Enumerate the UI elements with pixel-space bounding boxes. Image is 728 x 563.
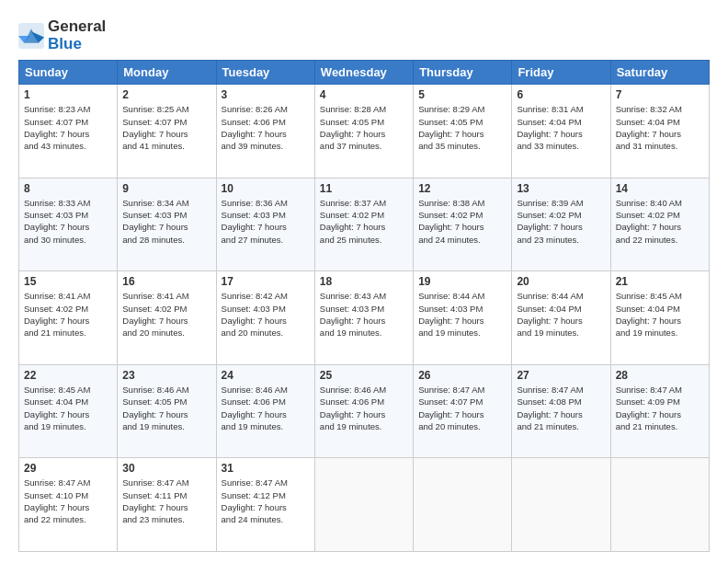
day-number: 26 bbox=[418, 369, 506, 382]
day-info: Sunrise: 8:34 AMSunset: 4:03 PMDaylight:… bbox=[122, 197, 210, 246]
day-info: Sunrise: 8:41 AMSunset: 4:02 PMDaylight:… bbox=[24, 290, 112, 339]
day-info: Sunrise: 8:29 AMSunset: 4:05 PMDaylight:… bbox=[418, 103, 506, 152]
day-number: 29 bbox=[24, 462, 112, 475]
calendar-cell: 24Sunrise: 8:46 AMSunset: 4:06 PMDayligh… bbox=[216, 364, 314, 458]
calendar-cell: 20Sunrise: 8:44 AMSunset: 4:04 PMDayligh… bbox=[512, 271, 610, 365]
day-number: 15 bbox=[24, 275, 112, 288]
day-number: 28 bbox=[616, 369, 704, 382]
calendar-table: SundayMondayTuesdayWednesdayThursdayFrid… bbox=[18, 60, 710, 552]
day-number: 12 bbox=[418, 182, 506, 195]
day-info: Sunrise: 8:46 AMSunset: 4:06 PMDaylight:… bbox=[320, 384, 408, 432]
day-info: Sunrise: 8:47 AMSunset: 4:12 PMDaylight:… bbox=[222, 477, 310, 525]
calendar-header-wednesday: Wednesday bbox=[314, 61, 413, 85]
calendar-cell: 6Sunrise: 8:31 AMSunset: 4:04 PMDaylight… bbox=[512, 85, 610, 178]
calendar-header-saturday: Saturday bbox=[610, 61, 709, 85]
calendar-header-tuesday: Tuesday bbox=[216, 61, 314, 85]
calendar-cell: 7Sunrise: 8:32 AMSunset: 4:04 PMDaylight… bbox=[610, 85, 709, 178]
day-number: 31 bbox=[222, 462, 310, 475]
day-number: 10 bbox=[222, 182, 310, 195]
calendar-week-5: 29Sunrise: 8:47 AMSunset: 4:10 PMDayligh… bbox=[19, 458, 710, 552]
day-number: 14 bbox=[616, 182, 704, 195]
day-info: Sunrise: 8:45 AMSunset: 4:04 PMDaylight:… bbox=[24, 384, 112, 432]
day-number: 20 bbox=[517, 275, 605, 288]
day-info: Sunrise: 8:25 AMSunset: 4:07 PMDaylight:… bbox=[122, 103, 210, 152]
calendar-cell: 19Sunrise: 8:44 AMSunset: 4:03 PMDayligh… bbox=[414, 271, 512, 365]
day-info: Sunrise: 8:42 AMSunset: 4:03 PMDaylight:… bbox=[222, 290, 310, 339]
calendar-cell: 16Sunrise: 8:41 AMSunset: 4:02 PMDayligh… bbox=[118, 271, 216, 365]
calendar-cell: 5Sunrise: 8:29 AMSunset: 4:05 PMDaylight… bbox=[414, 85, 512, 178]
calendar-cell bbox=[512, 458, 610, 552]
page: General Blue SundayMondayTuesdayWednesda… bbox=[0, 0, 728, 563]
day-number: 18 bbox=[320, 275, 408, 288]
calendar-cell: 14Sunrise: 8:40 AMSunset: 4:02 PMDayligh… bbox=[610, 178, 709, 271]
calendar-cell: 3Sunrise: 8:26 AMSunset: 4:06 PMDaylight… bbox=[216, 85, 314, 178]
day-number: 11 bbox=[320, 182, 408, 195]
day-number: 6 bbox=[517, 88, 605, 101]
day-info: Sunrise: 8:23 AMSunset: 4:07 PMDaylight:… bbox=[24, 103, 112, 152]
calendar-cell: 18Sunrise: 8:43 AMSunset: 4:03 PMDayligh… bbox=[314, 271, 413, 365]
calendar-cell: 31Sunrise: 8:47 AMSunset: 4:12 PMDayligh… bbox=[216, 458, 314, 552]
logo-text: General Blue bbox=[48, 18, 106, 52]
day-number: 19 bbox=[418, 275, 506, 288]
day-number: 16 bbox=[122, 275, 210, 288]
calendar-cell: 29Sunrise: 8:47 AMSunset: 4:10 PMDayligh… bbox=[19, 458, 118, 552]
header: General Blue bbox=[18, 15, 710, 52]
day-number: 13 bbox=[517, 182, 605, 195]
day-info: Sunrise: 8:44 AMSunset: 4:04 PMDaylight:… bbox=[517, 290, 605, 339]
day-info: Sunrise: 8:47 AMSunset: 4:11 PMDaylight:… bbox=[122, 477, 210, 525]
day-number: 9 bbox=[122, 182, 210, 195]
day-info: Sunrise: 8:45 AMSunset: 4:04 PMDaylight:… bbox=[616, 290, 704, 339]
day-info: Sunrise: 8:37 AMSunset: 4:02 PMDaylight:… bbox=[320, 197, 408, 246]
calendar-cell bbox=[314, 458, 413, 552]
calendar-cell: 12Sunrise: 8:38 AMSunset: 4:02 PMDayligh… bbox=[414, 178, 512, 271]
day-number: 17 bbox=[222, 275, 310, 288]
calendar-body: 1Sunrise: 8:23 AMSunset: 4:07 PMDaylight… bbox=[19, 85, 710, 552]
day-info: Sunrise: 8:46 AMSunset: 4:05 PMDaylight:… bbox=[122, 384, 210, 432]
calendar-cell: 1Sunrise: 8:23 AMSunset: 4:07 PMDaylight… bbox=[19, 85, 118, 178]
day-number: 7 bbox=[616, 88, 704, 101]
day-info: Sunrise: 8:26 AMSunset: 4:06 PMDaylight:… bbox=[222, 103, 310, 152]
calendar-cell: 4Sunrise: 8:28 AMSunset: 4:05 PMDaylight… bbox=[314, 85, 413, 178]
day-info: Sunrise: 8:38 AMSunset: 4:02 PMDaylight:… bbox=[418, 197, 506, 246]
calendar-cell: 23Sunrise: 8:46 AMSunset: 4:05 PMDayligh… bbox=[118, 364, 216, 458]
calendar-cell: 10Sunrise: 8:36 AMSunset: 4:03 PMDayligh… bbox=[216, 178, 314, 271]
day-info: Sunrise: 8:40 AMSunset: 4:02 PMDaylight:… bbox=[616, 197, 704, 246]
day-number: 2 bbox=[122, 88, 210, 101]
day-info: Sunrise: 8:43 AMSunset: 4:03 PMDaylight:… bbox=[320, 290, 408, 339]
calendar-week-1: 1Sunrise: 8:23 AMSunset: 4:07 PMDaylight… bbox=[19, 85, 710, 178]
calendar-header-sunday: Sunday bbox=[19, 61, 118, 85]
calendar-cell: 8Sunrise: 8:33 AMSunset: 4:03 PMDaylight… bbox=[19, 178, 118, 271]
calendar-header-thursday: Thursday bbox=[414, 61, 512, 85]
calendar-cell: 2Sunrise: 8:25 AMSunset: 4:07 PMDaylight… bbox=[118, 85, 216, 178]
calendar-cell: 26Sunrise: 8:47 AMSunset: 4:07 PMDayligh… bbox=[414, 364, 512, 458]
calendar-cell: 13Sunrise: 8:39 AMSunset: 4:02 PMDayligh… bbox=[512, 178, 610, 271]
calendar-week-2: 8Sunrise: 8:33 AMSunset: 4:03 PMDaylight… bbox=[19, 178, 710, 271]
calendar-cell bbox=[414, 458, 512, 552]
day-info: Sunrise: 8:33 AMSunset: 4:03 PMDaylight:… bbox=[24, 197, 112, 246]
day-info: Sunrise: 8:44 AMSunset: 4:03 PMDaylight:… bbox=[418, 290, 506, 339]
day-number: 1 bbox=[24, 88, 112, 101]
day-number: 5 bbox=[418, 88, 506, 101]
day-info: Sunrise: 8:28 AMSunset: 4:05 PMDaylight:… bbox=[320, 103, 408, 152]
calendar-cell: 22Sunrise: 8:45 AMSunset: 4:04 PMDayligh… bbox=[19, 364, 118, 458]
day-number: 8 bbox=[24, 182, 112, 195]
calendar-cell: 11Sunrise: 8:37 AMSunset: 4:02 PMDayligh… bbox=[314, 178, 413, 271]
calendar-header-row: SundayMondayTuesdayWednesdayThursdayFrid… bbox=[19, 61, 710, 85]
calendar-cell: 30Sunrise: 8:47 AMSunset: 4:11 PMDayligh… bbox=[118, 458, 216, 552]
day-info: Sunrise: 8:36 AMSunset: 4:03 PMDaylight:… bbox=[222, 197, 310, 246]
calendar-cell: 27Sunrise: 8:47 AMSunset: 4:08 PMDayligh… bbox=[512, 364, 610, 458]
calendar-cell bbox=[610, 458, 709, 552]
day-number: 3 bbox=[222, 88, 310, 101]
calendar-cell: 9Sunrise: 8:34 AMSunset: 4:03 PMDaylight… bbox=[118, 178, 216, 271]
day-info: Sunrise: 8:41 AMSunset: 4:02 PMDaylight:… bbox=[122, 290, 210, 339]
day-info: Sunrise: 8:39 AMSunset: 4:02 PMDaylight:… bbox=[517, 197, 605, 246]
calendar-cell: 25Sunrise: 8:46 AMSunset: 4:06 PMDayligh… bbox=[314, 364, 413, 458]
day-number: 4 bbox=[320, 88, 408, 101]
day-number: 21 bbox=[616, 275, 704, 288]
generalblue-logo-icon bbox=[18, 23, 44, 49]
day-number: 27 bbox=[517, 369, 605, 382]
day-info: Sunrise: 8:31 AMSunset: 4:04 PMDaylight:… bbox=[517, 103, 605, 152]
calendar-header-friday: Friday bbox=[512, 61, 610, 85]
calendar-cell: 21Sunrise: 8:45 AMSunset: 4:04 PMDayligh… bbox=[610, 271, 709, 365]
calendar-cell: 15Sunrise: 8:41 AMSunset: 4:02 PMDayligh… bbox=[19, 271, 118, 365]
